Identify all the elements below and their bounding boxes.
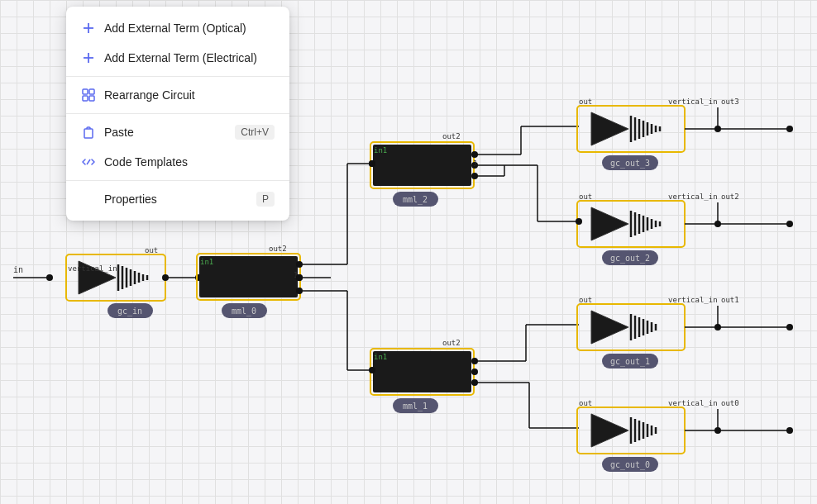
svg-marker-98	[591, 311, 628, 344]
menu-item-add-optical[interactable]: Add External Term (Optical)	[66, 13, 289, 43]
svg-text:out0: out0	[721, 399, 739, 407]
code-icon	[81, 155, 96, 169]
svg-text:out: out	[145, 246, 158, 254]
menu-label-rearrange: Rearrange Circuit	[104, 88, 195, 102]
svg-text:out2: out2	[442, 132, 461, 140]
svg-point-17	[162, 274, 169, 281]
svg-text:out1: out1	[721, 296, 739, 304]
svg-text:in1: in1	[200, 258, 213, 266]
svg-text:out2: out2	[269, 245, 287, 253]
menu-label-add-optical: Add External Term (Optical)	[104, 21, 246, 35]
svg-text:in1: in1	[374, 353, 387, 361]
svg-text:1: 1	[473, 159, 477, 168]
svg-point-70	[786, 126, 793, 132]
svg-marker-119	[591, 414, 628, 447]
svg-point-47	[471, 368, 478, 375]
svg-text:in1: in1	[374, 146, 387, 155]
svg-text:out: out	[579, 296, 592, 304]
svg-point-134	[786, 427, 793, 434]
menu-separator-3	[66, 180, 289, 181]
svg-point-139	[369, 160, 375, 167]
svg-point-113	[786, 324, 793, 330]
svg-text:gc_in: gc_in	[117, 307, 142, 316]
properties-shortcut: P	[256, 192, 275, 207]
svg-rect-34	[373, 145, 471, 186]
menu-label-add-electrical: Add External Term (Electrical)	[104, 51, 257, 64]
paste-shortcut: Ctrl+V	[235, 125, 275, 140]
svg-rect-153	[84, 129, 93, 138]
svg-text:gc_out_0: gc_out_0	[610, 460, 650, 470]
svg-text:vertical_in: vertical_in	[668, 399, 718, 407]
svg-text:vertical_in: vertical_in	[668, 296, 718, 304]
context-menu: Add External Term (Optical) Add External…	[66, 7, 289, 221]
port-label-in: in	[13, 265, 23, 274]
svg-marker-54	[591, 112, 628, 145]
rearrange-icon	[81, 88, 96, 102]
svg-text:mml_0: mml_0	[232, 307, 256, 316]
svg-text:out2: out2	[442, 339, 461, 347]
svg-text:vertical_in: vertical_in	[668, 193, 718, 201]
svg-point-2	[46, 274, 53, 281]
svg-text:vertical_in: vertical_in	[68, 264, 117, 273]
svg-text:gc_out_2: gc_out_2	[610, 254, 650, 264]
svg-rect-43	[373, 351, 471, 392]
svg-rect-149	[83, 89, 88, 94]
menu-label-paste: Paste	[104, 126, 134, 139]
svg-rect-19	[199, 256, 298, 297]
svg-point-138	[369, 367, 375, 373]
svg-text:out3: out3	[721, 97, 739, 106]
menu-item-rearrange[interactable]: Rearrange Circuit	[66, 80, 289, 110]
svg-marker-76	[591, 207, 628, 240]
menu-label-code-templates: Code Templates	[104, 155, 188, 169]
svg-line-154	[87, 159, 90, 164]
properties-icon	[81, 192, 96, 207]
menu-item-paste[interactable]: Paste Ctrl+V	[66, 117, 289, 147]
svg-point-92	[786, 221, 793, 227]
svg-point-142	[576, 218, 582, 225]
svg-text:gc_out_1: gc_out_1	[610, 357, 650, 367]
menu-item-code-templates[interactable]: Code Templates	[66, 147, 289, 177]
svg-point-141	[296, 274, 303, 281]
paste-icon	[81, 125, 96, 140]
svg-rect-151	[83, 96, 88, 101]
svg-rect-152	[89, 96, 94, 101]
menu-separator-1	[66, 76, 289, 77]
menu-item-properties[interactable]: Properties P	[66, 184, 289, 214]
plus-icon-2	[81, 50, 96, 65]
menu-label-properties: Properties	[104, 193, 157, 206]
svg-text:vertical_in: vertical_in	[668, 97, 718, 106]
svg-text:out: out	[579, 97, 592, 106]
svg-text:out: out	[579, 399, 592, 407]
menu-item-add-electrical[interactable]: Add External Term (Electrical)	[66, 43, 289, 73]
svg-text:out: out	[579, 193, 592, 201]
svg-text:gc_out_3: gc_out_3	[610, 159, 650, 169]
menu-separator-2	[66, 113, 289, 114]
svg-text:mml_1: mml_1	[403, 402, 428, 411]
svg-text:out2: out2	[721, 193, 739, 201]
svg-rect-150	[89, 89, 94, 94]
plus-icon	[81, 21, 96, 36]
svg-text:mml_2: mml_2	[403, 195, 428, 205]
